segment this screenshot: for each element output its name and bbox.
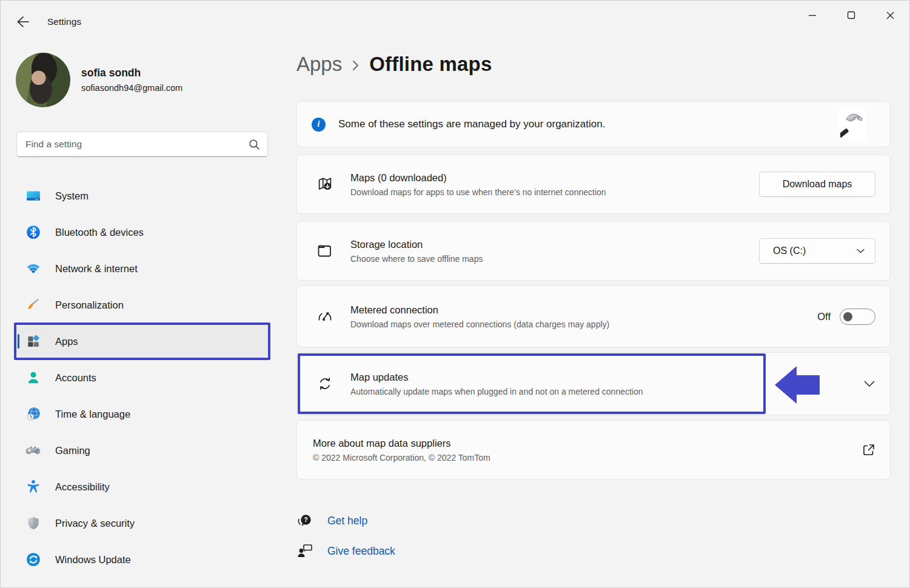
gamepad-icon (25, 443, 41, 459)
banner-text: Some of these settings are managed by yo… (338, 118, 605, 130)
metered-toggle[interactable] (840, 309, 875, 325)
sidebar-item-personalization[interactable]: Personalization (16, 289, 268, 321)
get-help-link[interactable]: Get help (327, 515, 367, 527)
updates-title: Map updates (350, 372, 643, 383)
sidebar-item-bluetooth[interactable]: Bluetooth & devices (16, 216, 268, 248)
sidebar-item-accounts[interactable]: Accounts (16, 362, 268, 393)
sidebar-item-gaming[interactable]: Gaming (16, 435, 268, 466)
window-controls (793, 1, 909, 32)
sidebar-item-system[interactable]: System (16, 180, 268, 212)
chevron-down-icon (856, 248, 865, 254)
shield-icon (25, 515, 41, 532)
svg-text:?: ? (304, 516, 307, 523)
sidebar-item-label: Time & language (55, 409, 130, 420)
sidebar-item-label: Bluetooth & devices (55, 227, 144, 238)
left-arrow-annotation (775, 365, 820, 405)
page-title: Offline maps (369, 53, 492, 76)
give-feedback-row: Give feedback (296, 539, 395, 563)
sidebar-item-label: Privacy & security (55, 518, 135, 529)
toggle-knob (843, 312, 852, 321)
expand-chevron-icon[interactable] (863, 380, 875, 388)
metered-title: Metered connection (350, 304, 609, 316)
breadcrumb: Apps Offline maps (296, 53, 492, 76)
storage-location-card: Storage location Choose where to save of… (296, 221, 891, 281)
download-maps-button[interactable]: Download maps (759, 172, 875, 197)
storage-subtitle: Choose where to save offline maps (350, 254, 483, 264)
wifi-icon (25, 261, 41, 277)
sidebar-item-label: Windows Update (55, 554, 131, 566)
profile-name: sofia sondh (81, 67, 141, 79)
back-arrow-icon (15, 15, 30, 28)
give-feedback-link[interactable]: Give feedback (327, 545, 395, 558)
sidebar-item-label: Accounts (55, 372, 96, 384)
sidebar-item-accessibility[interactable]: Accessibility (16, 471, 268, 503)
sidebar-item-windows-update[interactable]: Windows Update (16, 544, 268, 575)
back-button[interactable] (14, 14, 31, 30)
storage-title: Storage location (350, 239, 483, 250)
search-input[interactable] (25, 139, 249, 150)
feedback-person-icon (296, 542, 315, 560)
maximize-icon (847, 11, 855, 19)
maps-card: Maps (0 downloaded) Download maps for ap… (296, 155, 891, 214)
sidebar-item-network[interactable]: Network & internet (16, 253, 268, 284)
chevron-right-icon (352, 59, 360, 72)
updates-subtitle: Automatically update maps when plugged i… (350, 387, 643, 396)
suppliers-copyright: © 2022 Microsoft Corporation, © 2022 Tom… (313, 453, 490, 463)
search-box[interactable] (16, 132, 268, 157)
help-bubble-icon: ? (296, 512, 315, 530)
metered-subtitle: Download maps over metered connections (… (350, 319, 609, 329)
sidebar-item-apps[interactable]: Apps (16, 326, 268, 357)
close-button[interactable] (871, 1, 909, 30)
storage-drive-value: OS (C:) (773, 246, 806, 256)
titlebar: Settings (1, 1, 909, 32)
apps-highlight-annotation (14, 322, 270, 360)
sidebar-item-label: System (55, 190, 89, 202)
person-icon (25, 370, 41, 386)
toggle-state-label: Off (817, 311, 831, 322)
minimize-icon (808, 11, 817, 19)
sidebar-item-label: Personalization (55, 299, 124, 311)
maps-subtitle: Download maps for apps to use when there… (350, 187, 606, 197)
get-help-row: ? Get help (296, 509, 395, 533)
profile-email: sofiasondh94@gmail.com (81, 83, 182, 93)
sidebar-item-label: Network & internet (55, 263, 138, 275)
external-link-icon[interactable] (862, 443, 875, 456)
sidebar: System Bluetooth & devices Network & (16, 180, 268, 580)
sidebar-item-label: Accessibility (55, 481, 110, 493)
sidebar-item-privacy[interactable]: Privacy & security (16, 507, 268, 539)
sidebar-item-label: Gaming (55, 445, 90, 456)
display-icon (25, 188, 41, 204)
clock-globe-icon (25, 406, 41, 423)
close-icon (886, 11, 895, 20)
minimize-button[interactable] (793, 1, 832, 30)
search-icon[interactable] (249, 139, 260, 150)
sync-icon (316, 375, 334, 393)
selected-indicator (18, 334, 19, 349)
hammer-cursor-image (839, 108, 866, 141)
apps-icon (25, 333, 41, 350)
accessibility-icon (25, 479, 41, 495)
update-icon (25, 552, 41, 568)
map-suppliers-card[interactable]: More about map data suppliers © 2022 Mic… (296, 420, 891, 479)
organization-banner: i Some of these settings are managed by … (296, 101, 891, 147)
storage-drive-dropdown[interactable]: OS (C:) (759, 238, 875, 264)
avatar[interactable] (16, 53, 70, 107)
folder-icon (316, 242, 334, 260)
sidebar-item-time-language[interactable]: Time & language (16, 398, 268, 430)
window-title: Settings (47, 16, 81, 27)
footer-links: ? Get help Give feedback (296, 509, 395, 569)
settings-window: Settings sofia sondh sofiasondh94@gmail.… (0, 0, 910, 588)
maximize-button[interactable] (832, 1, 871, 30)
metered-connection-card: Metered connection Download maps over me… (296, 286, 891, 347)
sidebar-item-label: Apps (55, 336, 78, 347)
map-download-icon (316, 175, 334, 193)
meter-icon (316, 307, 334, 326)
bluetooth-icon (25, 224, 41, 241)
maps-title: Maps (0 downloaded) (350, 172, 606, 184)
breadcrumb-apps-link[interactable]: Apps (296, 53, 342, 76)
suppliers-title: More about map data suppliers (313, 438, 490, 449)
info-icon: i (312, 118, 326, 132)
brush-icon (25, 297, 41, 313)
